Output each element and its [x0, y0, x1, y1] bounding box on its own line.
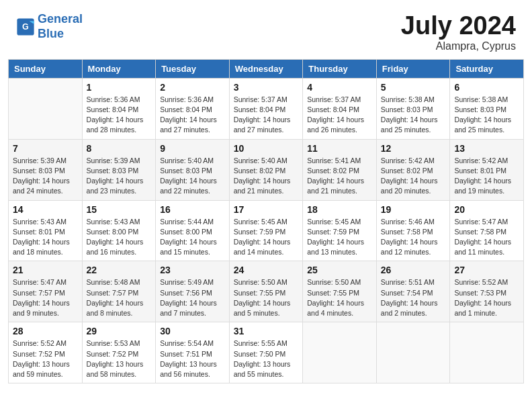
calendar-cell: 12Sunrise: 5:42 AM Sunset: 8:02 PM Dayli…: [376, 139, 450, 200]
calendar-cell: 10Sunrise: 5:40 AM Sunset: 8:02 PM Dayli…: [229, 139, 303, 200]
day-info: Sunrise: 5:47 AM Sunset: 7:58 PM Dayligh…: [454, 217, 519, 258]
calendar-header-friday: Friday: [376, 59, 450, 78]
day-number: 31: [234, 326, 299, 336]
day-number: 16: [160, 204, 225, 215]
day-number: 12: [381, 143, 446, 154]
calendar-cell: 17Sunrise: 5:45 AM Sunset: 7:59 PM Dayli…: [229, 200, 303, 261]
calendar-cell: 19Sunrise: 5:46 AM Sunset: 7:58 PM Dayli…: [376, 200, 450, 261]
calendar-header-thursday: Thursday: [303, 59, 377, 78]
day-number: 11: [307, 143, 372, 154]
calendar-cell: 16Sunrise: 5:44 AM Sunset: 8:00 PM Dayli…: [156, 200, 230, 261]
day-info: Sunrise: 5:42 AM Sunset: 8:02 PM Dayligh…: [381, 156, 446, 197]
week-row-1: 1Sunrise: 5:36 AM Sunset: 8:04 PM Daylig…: [9, 78, 524, 139]
day-info: Sunrise: 5:53 AM Sunset: 7:52 PM Dayligh…: [87, 338, 152, 379]
day-number: 27: [454, 265, 519, 275]
calendar-header-monday: Monday: [82, 59, 156, 78]
day-number: 2: [160, 82, 225, 93]
day-info: Sunrise: 5:41 AM Sunset: 8:02 PM Dayligh…: [307, 156, 372, 197]
week-row-2: 7Sunrise: 5:39 AM Sunset: 8:03 PM Daylig…: [9, 139, 524, 200]
day-number: 7: [13, 143, 78, 154]
svg-text:G: G: [22, 22, 29, 32]
calendar-cell: 14Sunrise: 5:43 AM Sunset: 8:01 PM Dayli…: [9, 200, 83, 261]
calendar-header-saturday: Saturday: [450, 59, 524, 78]
calendar-cell: 30Sunrise: 5:54 AM Sunset: 7:51 PM Dayli…: [156, 322, 230, 383]
day-info: Sunrise: 5:50 AM Sunset: 7:55 PM Dayligh…: [234, 277, 299, 318]
day-info: Sunrise: 5:52 AM Sunset: 7:53 PM Dayligh…: [454, 277, 519, 318]
day-info: Sunrise: 5:48 AM Sunset: 7:57 PM Dayligh…: [87, 277, 152, 318]
day-info: Sunrise: 5:38 AM Sunset: 8:03 PM Dayligh…: [381, 95, 446, 136]
calendar-cell: [9, 78, 83, 139]
day-number: 14: [13, 204, 78, 215]
calendar-cell: 21Sunrise: 5:47 AM Sunset: 7:57 PM Dayli…: [9, 261, 83, 322]
week-row-4: 21Sunrise: 5:47 AM Sunset: 7:57 PM Dayli…: [9, 261, 524, 322]
day-info: Sunrise: 5:36 AM Sunset: 8:04 PM Dayligh…: [87, 95, 152, 136]
day-info: Sunrise: 5:45 AM Sunset: 7:59 PM Dayligh…: [307, 217, 372, 258]
day-info: Sunrise: 5:42 AM Sunset: 8:01 PM Dayligh…: [454, 156, 519, 197]
calendar-cell: 9Sunrise: 5:40 AM Sunset: 8:03 PM Daylig…: [156, 139, 230, 200]
calendar-cell: 15Sunrise: 5:43 AM Sunset: 8:00 PM Dayli…: [82, 200, 156, 261]
day-number: 1: [87, 82, 152, 93]
calendar-cell: 22Sunrise: 5:48 AM Sunset: 7:57 PM Dayli…: [82, 261, 156, 322]
title-block: July 2024 Alampra, Cyprus: [401, 12, 516, 52]
calendar-wrapper: SundayMondayTuesdayWednesdayThursdayFrid…: [0, 59, 532, 392]
day-number: 30: [160, 326, 225, 336]
day-number: 29: [87, 326, 152, 336]
calendar-table: SundayMondayTuesdayWednesdayThursdayFrid…: [8, 59, 524, 383]
calendar-cell: 27Sunrise: 5:52 AM Sunset: 7:53 PM Dayli…: [450, 261, 524, 322]
day-number: 22: [87, 265, 152, 275]
day-number: 3: [234, 82, 299, 93]
logo-icon: G: [16, 17, 35, 36]
calendar-cell: [450, 322, 524, 383]
day-number: 26: [381, 265, 446, 275]
calendar-cell: 6Sunrise: 5:38 AM Sunset: 8:03 PM Daylig…: [450, 78, 524, 139]
calendar-cell: 5Sunrise: 5:38 AM Sunset: 8:03 PM Daylig…: [376, 78, 450, 139]
week-row-3: 14Sunrise: 5:43 AM Sunset: 8:01 PM Dayli…: [9, 200, 524, 261]
day-info: Sunrise: 5:38 AM Sunset: 8:03 PM Dayligh…: [454, 95, 519, 136]
day-number: 9: [160, 143, 225, 154]
calendar-cell: 3Sunrise: 5:37 AM Sunset: 8:04 PM Daylig…: [229, 78, 303, 139]
day-number: 5: [381, 82, 446, 93]
day-info: Sunrise: 5:52 AM Sunset: 7:52 PM Dayligh…: [13, 338, 78, 379]
day-info: Sunrise: 5:50 AM Sunset: 7:55 PM Dayligh…: [307, 277, 372, 318]
day-number: 28: [13, 326, 78, 336]
calendar-cell: 18Sunrise: 5:45 AM Sunset: 7:59 PM Dayli…: [303, 200, 377, 261]
day-info: Sunrise: 5:40 AM Sunset: 8:02 PM Dayligh…: [234, 156, 299, 197]
logo-line2: Blue: [38, 27, 64, 40]
week-row-5: 28Sunrise: 5:52 AM Sunset: 7:52 PM Dayli…: [9, 322, 524, 383]
calendar-cell: 2Sunrise: 5:36 AM Sunset: 8:04 PM Daylig…: [156, 78, 230, 139]
calendar-cell: 7Sunrise: 5:39 AM Sunset: 8:03 PM Daylig…: [9, 139, 83, 200]
day-number: 6: [454, 82, 519, 93]
day-info: Sunrise: 5:43 AM Sunset: 8:01 PM Dayligh…: [13, 217, 78, 258]
calendar-cell: 11Sunrise: 5:41 AM Sunset: 8:02 PM Dayli…: [303, 139, 377, 200]
day-info: Sunrise: 5:45 AM Sunset: 7:59 PM Dayligh…: [234, 217, 299, 258]
day-number: 20: [454, 204, 519, 215]
day-info: Sunrise: 5:37 AM Sunset: 8:04 PM Dayligh…: [307, 95, 372, 136]
day-number: 19: [381, 204, 446, 215]
day-info: Sunrise: 5:43 AM Sunset: 8:00 PM Dayligh…: [87, 217, 152, 258]
calendar-cell: 29Sunrise: 5:53 AM Sunset: 7:52 PM Dayli…: [82, 322, 156, 383]
calendar-cell: 1Sunrise: 5:36 AM Sunset: 8:04 PM Daylig…: [82, 78, 156, 139]
location: Alampra, Cyprus: [401, 40, 516, 52]
logo: G General Blue: [16, 12, 83, 41]
calendar-header-sunday: Sunday: [9, 59, 83, 78]
day-number: 13: [454, 143, 519, 154]
day-info: Sunrise: 5:55 AM Sunset: 7:50 PM Dayligh…: [234, 338, 299, 379]
calendar-cell: 24Sunrise: 5:50 AM Sunset: 7:55 PM Dayli…: [229, 261, 303, 322]
calendar-cell: 31Sunrise: 5:55 AM Sunset: 7:50 PM Dayli…: [229, 322, 303, 383]
header: G General Blue July 2024 Alampra, Cyprus: [0, 0, 532, 59]
calendar-cell: 4Sunrise: 5:37 AM Sunset: 8:04 PM Daylig…: [303, 78, 377, 139]
day-number: 17: [234, 204, 299, 215]
calendar-header-tuesday: Tuesday: [156, 59, 230, 78]
month-title: July 2024: [401, 12, 516, 40]
day-info: Sunrise: 5:39 AM Sunset: 8:03 PM Dayligh…: [13, 156, 78, 197]
day-info: Sunrise: 5:40 AM Sunset: 8:03 PM Dayligh…: [160, 156, 225, 197]
calendar-cell: 25Sunrise: 5:50 AM Sunset: 7:55 PM Dayli…: [303, 261, 377, 322]
day-info: Sunrise: 5:44 AM Sunset: 8:00 PM Dayligh…: [160, 217, 225, 258]
calendar-cell: 13Sunrise: 5:42 AM Sunset: 8:01 PM Dayli…: [450, 139, 524, 200]
calendar-cell: [303, 322, 377, 383]
day-info: Sunrise: 5:46 AM Sunset: 7:58 PM Dayligh…: [381, 217, 446, 258]
day-number: 18: [307, 204, 372, 215]
day-number: 21: [13, 265, 78, 275]
calendar-cell: [376, 322, 450, 383]
day-number: 23: [160, 265, 225, 275]
